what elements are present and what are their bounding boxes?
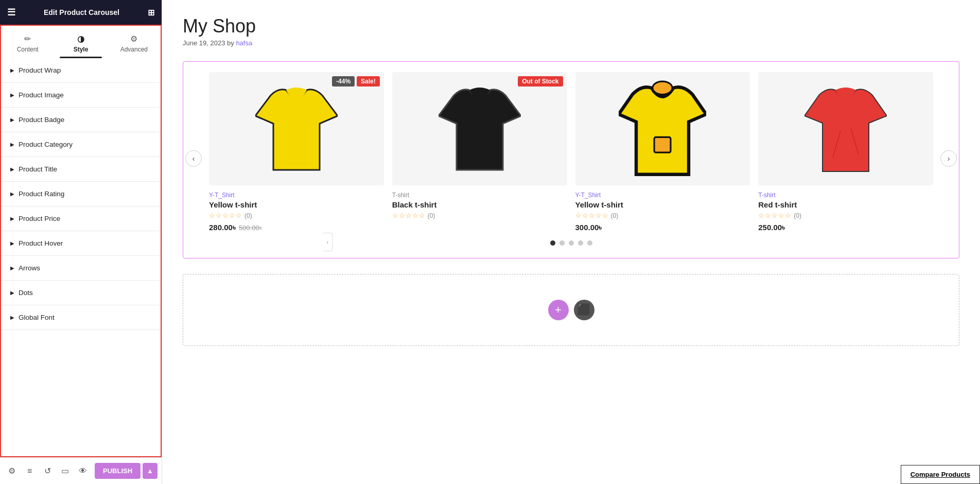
- price-original-1: 500.00৳: [239, 224, 262, 232]
- dot-5[interactable]: [587, 240, 592, 246]
- accordion-global-font[interactable]: ▶ Global Font: [1, 305, 161, 330]
- rating-count-4: (0): [794, 212, 801, 219]
- accordion-product-image[interactable]: ▶ Product Image: [1, 83, 161, 108]
- product-category-4: T-shirt: [758, 192, 933, 199]
- tab-advanced[interactable]: ⚙ Advanced: [108, 30, 161, 58]
- badge-sale-1: Sale!: [357, 76, 380, 87]
- tshirt-svg-2: [439, 77, 521, 180]
- chevron-right-icon-3: ▶: [10, 117, 14, 123]
- carousel-arrow-right[interactable]: ›: [940, 150, 957, 166]
- sidebar-bottom-bar: ⚙ ≡ ↺ ▭ 👁 PUBLISH ▲: [0, 457, 162, 484]
- grid-icon[interactable]: ⊞: [148, 8, 154, 18]
- dot-4[interactable]: [578, 240, 583, 246]
- chevron-right-icon-7: ▶: [10, 216, 14, 221]
- compare-products-button[interactable]: Compare Products: [901, 465, 980, 484]
- chevron-right-icon-5: ▶: [10, 166, 14, 172]
- accordion-product-hover[interactable]: ▶ Product Hover: [1, 231, 161, 256]
- accordion-label-arrows: Arrows: [19, 264, 40, 272]
- accordion-label-product-hover: Product Hover: [19, 239, 63, 247]
- carousel-dots: [188, 240, 954, 246]
- publish-button[interactable]: PUBLISH: [95, 463, 141, 479]
- tab-advanced-label: Advanced: [120, 46, 148, 53]
- page-title: My Shop: [183, 15, 959, 37]
- history-icon-btn[interactable]: ↺: [40, 461, 55, 481]
- products-row: -44% Sale! Y-T_Shirt Yellow t-shirt ☆☆☆☆…: [188, 72, 954, 232]
- tab-content[interactable]: ✏ Content: [1, 30, 54, 58]
- product-image-1[interactable]: -44% Sale!: [209, 72, 384, 185]
- add-buttons-group: + ⬛: [548, 300, 594, 320]
- add-section-button[interactable]: ⬛: [574, 300, 594, 320]
- badge-out-2: Out of Stock: [518, 76, 563, 87]
- badge-discount-1: -44%: [332, 76, 355, 87]
- accordion-label-product-rating: Product Rating: [19, 190, 64, 198]
- layers-icon-btn[interactable]: ≡: [22, 461, 37, 481]
- dot-1[interactable]: [550, 240, 555, 246]
- product-image-2[interactable]: Out of Stock: [392, 72, 567, 185]
- tab-style-label: Style: [74, 46, 89, 53]
- chevron-right-icon-2: ▶: [10, 92, 14, 98]
- product-category-2: T-shirt: [392, 192, 567, 199]
- eye-icon-btn[interactable]: 👁: [75, 461, 91, 481]
- accordion-product-category[interactable]: ▶ Product Category: [1, 132, 161, 157]
- collapse-handle[interactable]: ‹: [323, 233, 332, 251]
- accordion-product-title[interactable]: ▶ Product Title: [1, 157, 161, 182]
- style-icon: ◑: [77, 34, 84, 44]
- accordion-product-rating[interactable]: ▶ Product Rating: [1, 182, 161, 206]
- accordion-label-global-font: Global Font: [19, 314, 55, 321]
- stars-1: ☆☆☆☆☆: [209, 212, 242, 219]
- tshirt-svg-1: [255, 77, 338, 180]
- add-element-button[interactable]: +: [548, 300, 569, 320]
- product-title-3[interactable]: Yellow t-shirt: [575, 200, 750, 209]
- settings-icon-btn[interactable]: ⚙: [4, 461, 20, 481]
- responsive-icon-btn[interactable]: ▭: [57, 461, 73, 481]
- product-rating-4: ☆☆☆☆☆ (0): [758, 212, 933, 219]
- main-area: My Shop June 19, 2023 by hafsa ‹ › -44% …: [162, 0, 980, 484]
- publish-chevron-button[interactable]: ▲: [143, 463, 157, 479]
- chevron-right-icon-10: ▶: [10, 290, 14, 296]
- product-price-4: 250.00৳: [758, 223, 933, 232]
- accordion-label-product-wrap: Product Wrap: [19, 66, 61, 74]
- accordion-label-product-badge: Product Badge: [19, 116, 64, 124]
- accordion-arrows[interactable]: ▶ Arrows: [1, 256, 161, 281]
- product-price-3: 300.00৳: [575, 223, 750, 232]
- product-title-1[interactable]: Yellow t-shirt: [209, 200, 384, 209]
- hamburger-icon[interactable]: ☰: [7, 7, 15, 18]
- product-title-2[interactable]: Black t-shirt: [392, 200, 567, 209]
- carousel-container: ‹ › -44% Sale! Y-T_Shirt: [183, 61, 959, 258]
- page-date: June 19, 2023 by: [183, 39, 234, 47]
- accordion-container: ▶ Product Wrap ▶ Product Image ▶ Product…: [0, 58, 162, 457]
- accordion-label-product-image: Product Image: [19, 91, 64, 99]
- stars-4: ☆☆☆☆☆: [758, 212, 792, 219]
- author-link[interactable]: hafsa: [236, 39, 252, 47]
- gear-icon: ⚙: [130, 34, 137, 44]
- tab-style[interactable]: ◑ Style: [54, 30, 107, 58]
- accordion-product-wrap[interactable]: ▶ Product Wrap: [1, 58, 161, 83]
- dot-2[interactable]: [559, 240, 565, 246]
- accordion-dots[interactable]: ▶ Dots: [1, 281, 161, 305]
- page-content: My Shop June 19, 2023 by hafsa ‹ › -44% …: [162, 0, 980, 484]
- product-badges-2: Out of Stock: [518, 76, 563, 87]
- product-card-4: T-shirt Red t-shirt ☆☆☆☆☆ (0) 250.00৳: [758, 72, 933, 232]
- accordion-product-badge[interactable]: ▶ Product Badge: [1, 108, 161, 132]
- accordion-label-product-title: Product Title: [19, 165, 57, 173]
- accordion-label-product-price: Product Price: [19, 215, 60, 222]
- stars-3: ☆☆☆☆☆: [575, 212, 609, 219]
- dot-3[interactable]: [569, 240, 574, 246]
- rating-count-2: (0): [428, 212, 435, 219]
- product-rating-1: ☆☆☆☆☆ (0): [209, 212, 384, 219]
- sidebar: ☰ Edit Product Carousel ⊞ ✏ Content ◑ St…: [0, 0, 162, 484]
- product-image-3[interactable]: [575, 72, 750, 185]
- product-title-4[interactable]: Red t-shirt: [758, 200, 933, 209]
- dashed-add-area: + ⬛: [183, 274, 959, 346]
- product-price-1: 280.00৳500.00৳: [209, 223, 384, 232]
- rating-count-1: (0): [244, 212, 252, 219]
- chevron-right-icon-8: ▶: [10, 240, 14, 246]
- tshirt-svg-4: [804, 77, 887, 180]
- accordion-product-price[interactable]: ▶ Product Price: [1, 206, 161, 231]
- tabs-container: ✏ Content ◑ Style ⚙ Advanced: [0, 25, 162, 58]
- product-badges-1: -44% Sale!: [332, 76, 380, 87]
- product-image-4[interactable]: [758, 72, 933, 185]
- chevron-right-icon-6: ▶: [10, 191, 14, 197]
- carousel-arrow-left[interactable]: ‹: [185, 150, 202, 166]
- accordion-label-product-category: Product Category: [19, 141, 73, 148]
